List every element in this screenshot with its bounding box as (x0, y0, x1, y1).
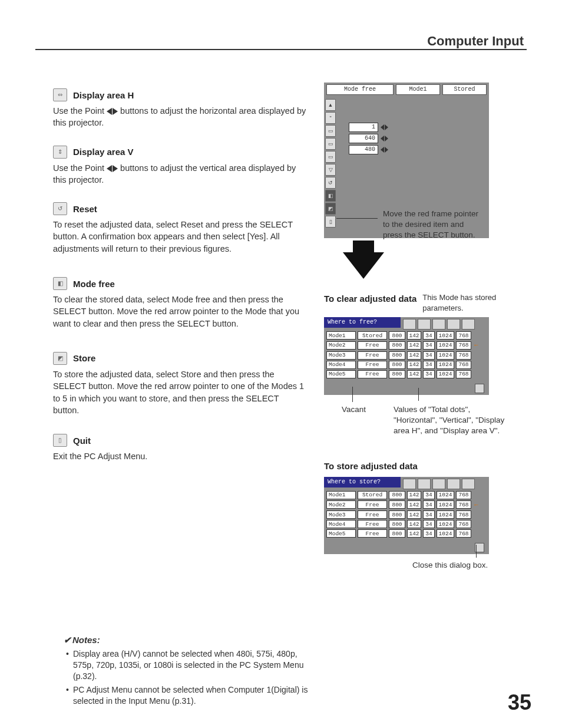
cell: Mode5 (326, 370, 356, 378)
cell: 142 (407, 351, 421, 360)
cell: 1024 (437, 510, 454, 519)
quit-dialog-icon (475, 384, 484, 393)
col-icon (447, 479, 460, 489)
store-heading: To store adjusted data (324, 460, 524, 472)
note-item: PC Adjust Menu cannot be selected when C… (66, 684, 311, 707)
body-text: Exit the PC Adjust Menu. (53, 450, 306, 462)
store-section: To store adjusted data Where to store? M… (324, 460, 524, 554)
heading: Mode free (73, 278, 115, 290)
adjust-arrows-icon (381, 136, 388, 141)
right-column: Mode free Mode1 Stored ▲ " ▭ ▭ ▭ ▽ ↺ ◧ ◩… (324, 83, 524, 554)
menu-header: Mode free Mode1 Stored (324, 83, 489, 97)
table-footer (324, 382, 489, 395)
body-pre: Use the Point (53, 106, 107, 116)
col-icon (403, 479, 416, 489)
menu-hint: Move the red frame pointer to the desire… (383, 209, 483, 241)
table-row: Mode1Stored800142341024768 (326, 491, 487, 499)
cell: Mode1 (326, 331, 356, 340)
cell: 800 (389, 510, 405, 519)
quit-menu-icon: ▯ (325, 216, 336, 228)
free-table: Where to free? Mode1Stored80014234102476… (324, 317, 489, 394)
cell: 34 (423, 520, 435, 528)
cell: 34 (423, 361, 435, 369)
cell: 142 (407, 500, 421, 509)
cell: 768 (456, 370, 471, 378)
store-rows: Mode1Stored800142341024768Mode2Free80014… (324, 491, 489, 541)
cell: 800 (389, 341, 405, 350)
table-row: Mode2Free800142341024768← (326, 341, 487, 350)
values-label: Values of "Total dots", "Horizontal", "V… (394, 404, 511, 437)
cell: 34 (423, 351, 435, 360)
body-text: To clear the stored data, select Mode fr… (53, 294, 306, 330)
notes-title: Notes: (64, 634, 311, 646)
cell: 34 (423, 370, 435, 378)
cell: 142 (407, 341, 421, 350)
cell: Stored (358, 331, 387, 340)
heading: Store (73, 352, 95, 364)
menu-body: 1 640 480 Move the red frame pointer to … (337, 97, 489, 238)
cell: 768 (456, 510, 471, 519)
table-row: Mode2Free800142341024768← (326, 500, 487, 509)
cell: 1024 (437, 351, 454, 360)
menu-stored: Stored (442, 84, 487, 95)
store-icon: ◩ (53, 352, 67, 365)
value-row: 640 (349, 134, 487, 143)
stored-note: This Mode has stored parameters. (422, 292, 511, 314)
cell: 800 (389, 361, 405, 369)
heading: Reset (73, 203, 97, 215)
cell: 768 (456, 491, 471, 499)
table-header-icons (401, 477, 477, 491)
leader (476, 545, 477, 558)
table-row: Mode4Free800142341024768 (326, 520, 487, 528)
value-row: 480 (349, 145, 487, 154)
cell: Mode5 (326, 529, 356, 538)
notes-block: Notes: Display area (H/V) cannot be sele… (64, 634, 311, 709)
menu-mode-label: Mode free (326, 84, 394, 95)
store-table: Where to store? Mode1Stored8001423410247… (324, 477, 489, 554)
cell: 34 (423, 510, 435, 519)
table-row: Mode3Free800142341024768 (326, 351, 487, 360)
page-header: Computer Input (427, 32, 524, 51)
cell: Free (358, 361, 387, 369)
header-rule (35, 49, 527, 50)
pc-adjust-menu-screenshot: Mode free Mode1 Stored ▲ " ▭ ▭ ▭ ▽ ↺ ◧ ◩… (324, 83, 489, 238)
value-1: 1 (349, 123, 378, 132)
body-text: To reset the adjusted data, select Reset… (53, 219, 306, 255)
col-icon (418, 479, 431, 489)
reset-icon: ↺ (53, 202, 67, 215)
display-v-icon: ⇕ (53, 146, 67, 159)
cell: 1024 (437, 331, 454, 340)
cell: Mode3 (326, 510, 356, 519)
display-h-icon: ⇔ (53, 88, 67, 101)
table-footer (324, 541, 489, 554)
cell: Stored (358, 491, 387, 499)
clear-section: To clear adjusted data This Mode has sto… (324, 292, 524, 395)
free-rows: Mode1Stored800142341024768Mode2Free80014… (324, 331, 489, 381)
cell: Free (358, 351, 387, 360)
cell: 142 (407, 491, 421, 499)
col-icon (432, 479, 445, 489)
heading: Display area H (73, 89, 134, 101)
page-number: 35 (508, 688, 531, 717)
table-row: Mode5Free800142341024768 (326, 529, 487, 538)
cell: 1024 (437, 361, 454, 369)
value-640: 640 (349, 134, 378, 143)
cell: 1024 (437, 520, 454, 528)
side-icons: ▲ " ▭ ▭ ▭ ▽ ↺ ◧ ◩ ▯ (324, 97, 337, 238)
cell: 800 (389, 491, 405, 499)
cell: Free (358, 370, 387, 378)
value-480: 480 (349, 145, 378, 154)
cell: Mode1 (326, 491, 356, 499)
cell: 34 (423, 500, 435, 509)
left-column: ⇔ Display area H Use the Point buttons t… (53, 88, 306, 479)
cell: Free (358, 529, 387, 538)
section-store: ◩ Store To store the adjusted data, sele… (53, 352, 306, 416)
section-mode-free: ◧ Mode free To clear the stored data, se… (53, 277, 306, 330)
point-left-right-icon (107, 108, 118, 115)
menu-icon: ▭ (325, 138, 336, 150)
leader (418, 388, 419, 401)
menu-icon: ▭ (325, 125, 336, 137)
up-arrow-icon: ▲ (325, 99, 336, 111)
cell: 768 (456, 529, 471, 538)
notes-list: Display area (H/V) cannot be selected wh… (64, 648, 311, 706)
